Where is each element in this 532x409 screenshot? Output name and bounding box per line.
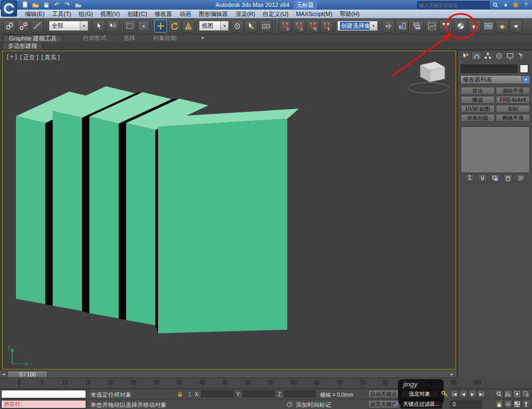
select-and-rotate-button[interactable] (168, 20, 181, 32)
orbit-button[interactable] (504, 400, 512, 408)
rendered-frame-window-button[interactable] (482, 20, 495, 32)
modifier-list-dropdown[interactable]: 修改器列表 (460, 75, 530, 84)
x-coordinate-field[interactable] (201, 390, 233, 398)
modifier-button-ffd4x4x4[interactable]: FFD 4x4x4 (496, 96, 530, 104)
menu-edit[interactable]: 编辑(E) (21, 10, 48, 18)
viewport[interactable]: [ + ] [ 正交 ] [ 真实 ] y x (2, 51, 456, 370)
dolly-view-button[interactable] (522, 400, 530, 408)
tab-graphite-modeling[interactable]: Graphite 建模工具 (3, 35, 62, 42)
play-animation-button[interactable]: ▶ (468, 390, 477, 398)
zoom-button[interactable] (495, 390, 503, 398)
go-to-end-button[interactable]: ▶| (477, 390, 486, 398)
absolute-offset-toggle[interactable] (185, 390, 194, 398)
render-setup-button[interactable] (468, 20, 481, 32)
menu-help[interactable]: 帮助(H) (336, 10, 363, 18)
remove-modifier-button[interactable] (503, 174, 513, 183)
chevron-down-icon[interactable] (521, 76, 530, 84)
menu-rendering[interactable]: 渲染(R) (232, 10, 259, 18)
previous-frame-arrow[interactable]: ◄ (1, 371, 6, 377)
render-production-button[interactable] (496, 20, 509, 32)
tab-freeform[interactable]: 自由形式 (78, 35, 112, 42)
menu-create[interactable]: 创建(C) (123, 10, 151, 18)
auto-key-button[interactable]: 自动关键点 (368, 390, 399, 398)
configure-modifier-sets-button[interactable] (516, 174, 526, 183)
keyboard-shortcut-override-button[interactable] (260, 20, 272, 32)
render-flyout-button[interactable] (510, 20, 522, 32)
show-end-result-button[interactable] (478, 174, 487, 183)
track-bar[interactable]: 0 5 10 15 20 25 30 35 40 45 50 55 60 65 … (0, 378, 532, 389)
object-color-swatch[interactable] (520, 64, 528, 73)
viewcube[interactable] (404, 58, 452, 96)
key-selection-dropdown[interactable]: 选定对象 (401, 390, 438, 398)
chevron-down-icon[interactable] (220, 21, 228, 30)
viewport-menu-pov[interactable]: [ 正交 ] (20, 53, 38, 61)
save-file-button[interactable] (41, 1, 51, 9)
y-coordinate-field[interactable] (243, 390, 275, 398)
tab-modify[interactable] (471, 52, 481, 60)
current-frame-field[interactable]: 0 (450, 400, 482, 408)
tab-create[interactable] (460, 52, 470, 60)
window-crossing-toggle-button[interactable] (137, 20, 150, 32)
modifier-button-uvw-map[interactable]: UVW 贴图 (461, 105, 495, 113)
modifier-button-noise[interactable]: 噪波 (461, 96, 495, 104)
z-coordinate-field[interactable] (284, 390, 316, 398)
modifier-button-lathe[interactable]: 车削 (496, 105, 530, 113)
open-file-button[interactable] (31, 1, 40, 9)
mirror-button[interactable] (382, 20, 395, 32)
tab-object-paint[interactable]: 对象绘制 (148, 35, 182, 42)
time-slider-handle[interactable]: 0 / 100 (7, 371, 48, 378)
spinner-snap-toggle-button[interactable] (320, 20, 333, 32)
slab-4-front[interactable] (126, 123, 155, 325)
make-unique-button[interactable] (491, 174, 500, 183)
help-button[interactable]: ? (522, 2, 530, 9)
menu-group[interactable]: 组(G) (75, 10, 97, 18)
menu-graph-editors[interactable]: 图形编辑器 (195, 10, 232, 18)
project-folder-button[interactable] (73, 1, 82, 9)
key-filters-button[interactable]: 关键点过滤器... (401, 400, 442, 408)
percent-snap-toggle-button[interactable]: % (306, 20, 319, 32)
select-object-button[interactable] (93, 20, 105, 32)
select-by-name-button[interactable] (106, 20, 119, 32)
tab-selection[interactable]: 选择 (118, 35, 140, 42)
modifier-button-turbosmooth[interactable]: 涡轮平滑 (496, 87, 530, 95)
menu-animation[interactable]: 动画 (176, 10, 195, 18)
menu-modifiers[interactable]: 修改器 (151, 10, 176, 18)
unlink-selection-button[interactable] (17, 20, 30, 32)
slab-1-front[interactable] (16, 116, 45, 304)
viewport-menu-shading[interactable]: [ 真实 ] (41, 53, 60, 61)
curve-editor-button[interactable] (426, 20, 438, 32)
previous-frame-button[interactable]: ◀ (459, 390, 468, 398)
viewport-menu-general[interactable]: [ + ] (7, 53, 17, 61)
layer-manager-button[interactable] (411, 20, 423, 32)
zoom-region-button[interactable] (522, 390, 530, 398)
add-time-tag-clock[interactable] (285, 400, 294, 408)
tab-utilities[interactable] (516, 52, 526, 60)
ribbon-minimize-button[interactable]: ▼ (196, 35, 210, 42)
angle-snap-toggle-button[interactable] (293, 20, 305, 32)
slab-2-front[interactable] (53, 111, 82, 311)
bind-to-space-warp-button[interactable] (31, 20, 44, 32)
pan-view-button[interactable] (495, 400, 503, 408)
tab-hierarchy[interactable] (483, 52, 493, 60)
zoom-all-button[interactable] (504, 390, 512, 398)
material-editor-button[interactable] (454, 20, 467, 32)
align-button[interactable] (396, 20, 409, 32)
named-selection-sets-dropdown[interactable]: 创建选择集 (337, 21, 378, 31)
use-pivot-center-button[interactable] (231, 20, 244, 32)
select-and-scale-button[interactable] (182, 20, 195, 32)
modifier-button-bevel-profile[interactable]: 倒角剖面 (461, 114, 495, 122)
slab-5-front[interactable] (158, 119, 287, 333)
chevron-down-icon[interactable] (80, 21, 88, 30)
rectangular-selection-region-button[interactable] (123, 20, 136, 32)
app-logo-button[interactable] (1, 1, 17, 17)
undo-button[interactable]: ↶ (52, 1, 61, 9)
next-frame-arrow[interactable]: ► (449, 371, 455, 377)
zoom-extents-button[interactable] (513, 390, 521, 398)
slab-3-front[interactable] (89, 117, 119, 318)
search-button[interactable] (492, 2, 500, 9)
selection-filter-dropdown[interactable]: 全部 (49, 21, 88, 31)
menu-customize[interactable]: 自定义(U) (259, 10, 292, 18)
go-to-start-button[interactable]: |◀ (450, 390, 459, 398)
tab-polygon-modeling[interactable]: 多边形建模 (2, 42, 43, 50)
search-input[interactable] (417, 1, 489, 9)
